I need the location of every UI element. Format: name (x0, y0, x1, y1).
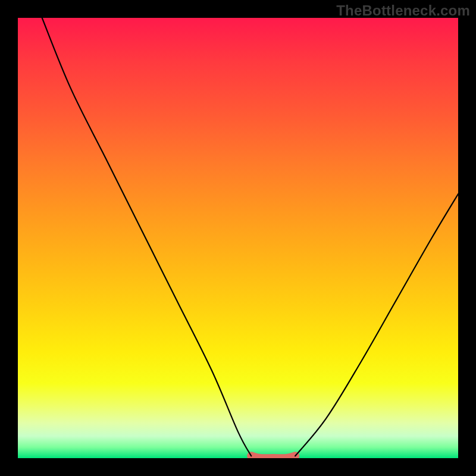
left-curve-line (42, 18, 252, 456)
valley-accent-line (251, 456, 295, 458)
plot-area (18, 18, 458, 458)
watermark-text: TheBottleneck.com (336, 2, 470, 19)
chart-frame: TheBottleneck.com (0, 0, 476, 476)
right-curve-line (295, 194, 458, 456)
curves-svg (18, 18, 458, 458)
